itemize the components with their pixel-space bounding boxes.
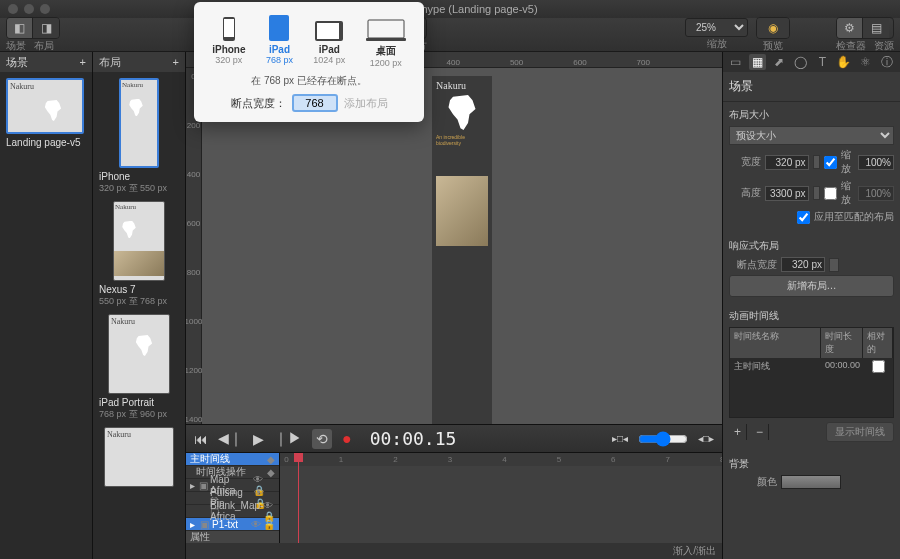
layout-thumb-ipad[interactable]: Nakuru iPad Portrait 768 px 至 960 px <box>99 314 179 421</box>
tab-scene-icon[interactable]: ▦ <box>749 54 767 70</box>
play-icon[interactable]: ▶ <box>253 431 264 447</box>
timeline-row[interactable]: 主时间线00:00.00 <box>730 358 893 377</box>
tl-row-blank-map[interactable]: ▢Blank_Map-Africa👁 🔒 <box>186 505 279 518</box>
apply-matching-check[interactable] <box>797 211 810 224</box>
scenes-toggle[interactable]: ◧ <box>7 18 33 38</box>
inspector-toggle[interactable]: ⚙ <box>837 18 863 38</box>
window-title: .hype (Landing page-v5) <box>56 3 900 15</box>
scenes-panel: 场景 + Nakuru Landing page-v5 <box>0 52 93 559</box>
zoom-in-icon[interactable]: ◂□▸ <box>698 433 714 444</box>
tab-physics-icon[interactable]: ⚛ <box>857 54 875 70</box>
svg-rect-1 <box>224 19 234 37</box>
scale-width-input[interactable] <box>858 155 894 170</box>
close-icon[interactable] <box>8 4 18 14</box>
scale-height-check[interactable] <box>824 187 837 200</box>
record-icon[interactable]: ● <box>342 430 352 448</box>
width-input[interactable] <box>765 155 809 170</box>
breakpoint-width-input[interactable] <box>292 94 338 112</box>
breakpoint-width-label: 断点宽度： <box>231 96 286 111</box>
new-layout-button[interactable]: 新增布局… <box>729 275 894 297</box>
titlebar: .hype (Landing page-v5) <box>0 0 900 18</box>
layouts-toggle[interactable]: ◨ <box>33 18 59 38</box>
page-content[interactable]: Nakuru An incredible biodiversity <box>432 76 492 476</box>
timeline-footer: 渐入/渐出 <box>186 543 722 559</box>
timeline-controls: ⏮ ◀｜ ▶ ｜▶ ⟲ ● 00:00.15 ▸□◂ ◂□▸ <box>186 425 722 453</box>
remove-timeline-icon[interactable]: − <box>751 424 769 440</box>
tab-text-icon[interactable]: T <box>814 54 832 70</box>
layouts-panel: 布局 + Nakuru iPhone 320 px 至 550 px Nakur… <box>93 52 186 559</box>
relative-check[interactable] <box>872 360 885 373</box>
device-ipad-portrait[interactable]: iPad768 px <box>266 12 293 68</box>
timeline-tree: 主时间线◆ 时间线操作◆ ▸▣Map Africa👁 🔒 ⇔Pulsing Pi… <box>186 453 280 543</box>
playhead[interactable] <box>298 453 299 543</box>
width-stepper[interactable] <box>813 155 820 169</box>
resources-toggle[interactable]: ▤ <box>863 18 889 38</box>
zoom-out-icon[interactable]: ▸□◂ <box>612 433 628 444</box>
layouts-header: 布局 + <box>93 52 185 72</box>
breakpoint-input[interactable] <box>781 257 825 272</box>
preview-button[interactable]: ◉ <box>757 18 789 38</box>
timeline-ruler: 012345678 <box>280 453 722 466</box>
breakpoint-stepper[interactable] <box>829 258 839 272</box>
loop-icon[interactable]: ⟲ <box>312 429 332 449</box>
timeline-panel: ⏮ ◀｜ ▶ ｜▶ ⟲ ● 00:00.15 ▸□◂ ◂□▸ 主时间线◆ 时间线… <box>186 424 722 559</box>
height-stepper[interactable] <box>813 186 820 200</box>
bg-color-well[interactable] <box>781 475 841 489</box>
scenes-header: 场景 + <box>0 52 92 72</box>
tab-metrics-icon[interactable]: ⬈ <box>770 54 788 70</box>
tl-props-header: 属性 <box>186 531 279 543</box>
layout-thumb-nexus[interactable]: Nakuru Nexus 7 550 px 至 768 px <box>99 201 179 308</box>
timeline-table: 时间线名称时间长度相对的 主时间线00:00.00 <box>729 327 894 418</box>
minimize-icon[interactable] <box>24 4 34 14</box>
layout-thumb-iphone[interactable]: Nakuru iPhone 320 px 至 550 px <box>99 78 179 195</box>
zoom-slider[interactable] <box>638 431 688 447</box>
easing-label[interactable]: 渐入/渐出 <box>673 544 716 558</box>
svg-rect-7 <box>366 38 406 41</box>
main-toolbar: ◧ ◨ 场景布局 ▣ 导出成组 ◀ ▶ 前方 后方 25% 缩放 ◉ 预览 ⚙ … <box>0 18 900 52</box>
preset-size-select[interactable]: 预设大小 <box>729 126 894 145</box>
tab-touch-icon[interactable]: ✋ <box>835 54 853 70</box>
add-layout-link[interactable]: 添加布局 <box>344 96 388 111</box>
layout-thumb-extra[interactable]: Nakuru <box>99 427 179 487</box>
step-back-icon[interactable]: ◀｜ <box>218 430 243 448</box>
svg-rect-3 <box>271 17 287 37</box>
inspector-title: 场景 <box>723 72 900 102</box>
height-input[interactable] <box>765 186 809 201</box>
device-ipad-landscape[interactable]: iPad1024 px <box>313 12 345 68</box>
timeline-tracks[interactable]: 012345678 <box>280 453 722 543</box>
device-iphone[interactable]: iPhone320 px <box>212 12 245 68</box>
device-desktop[interactable]: 桌面1200 px <box>366 12 406 68</box>
scale-width-check[interactable] <box>824 156 837 169</box>
tab-identity-icon[interactable]: ⓘ <box>878 54 896 70</box>
timeline-time: 00:00.15 <box>370 428 457 449</box>
scene-thumb[interactable]: Nakuru Landing page-v5 <box>6 78 86 148</box>
svg-rect-6 <box>368 20 404 38</box>
inspector-panel: ▭ ▦ ⬈ ◯ T ✋ ⚛ ⓘ 场景 布局大小 预设大小 宽度 缩放 高度 <box>722 52 900 559</box>
add-layout-icon[interactable]: + <box>173 56 179 68</box>
popover-note: 在 768 px 已经存在断点。 <box>202 74 416 88</box>
step-fwd-icon[interactable]: ｜▶ <box>274 430 302 448</box>
zoom-icon[interactable] <box>40 4 50 14</box>
tab-document-icon[interactable]: ▭ <box>727 54 745 70</box>
breakpoint-popover: iPhone320 px iPad768 px iPad1024 px 桌面12… <box>194 2 424 122</box>
jump-start-icon[interactable]: ⏮ <box>194 431 208 447</box>
inspector-tabs: ▭ ▦ ⬈ ◯ T ✋ ⚛ ⓘ <box>723 52 900 72</box>
show-timeline-button[interactable]: 显示时间线 <box>826 422 894 442</box>
svg-rect-5 <box>317 23 339 39</box>
tab-element-icon[interactable]: ◯ <box>792 54 810 70</box>
add-scene-icon[interactable]: + <box>80 56 86 68</box>
zoom-select[interactable]: 25% <box>685 18 748 37</box>
scale-height-input[interactable] <box>858 186 894 201</box>
add-timeline-icon[interactable]: + <box>729 424 747 440</box>
